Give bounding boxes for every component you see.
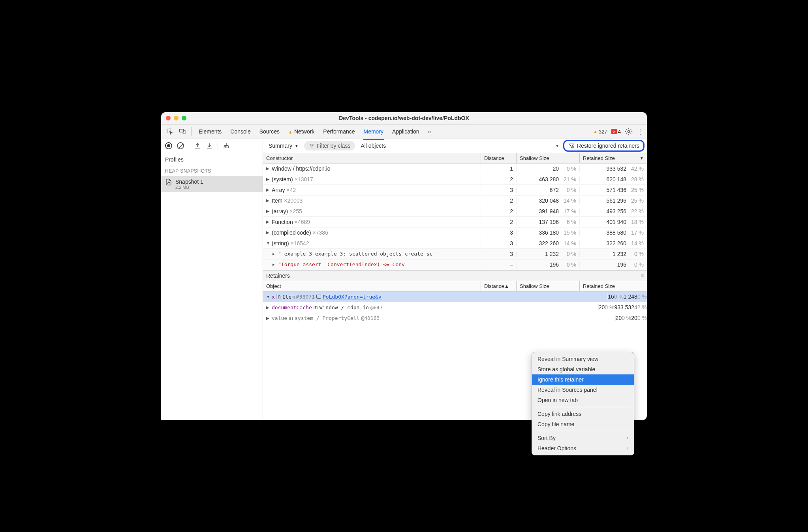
toolbar: Summary▼ Filter by class All objects ▼ R… — [161, 139, 647, 153]
ctx-sort-by[interactable]: Sort By› — [532, 433, 634, 443]
tab-elements[interactable]: Elements — [198, 126, 222, 137]
restore-ignored-retainers-button[interactable]: Restore ignored retainers — [563, 140, 645, 152]
record-button[interactable] — [163, 141, 174, 151]
table-row[interactable]: ▼(string) ×16542 3 322 26014 % 322 26014… — [263, 238, 647, 249]
table-row[interactable]: ▶(system) ×13817 2 463 28021 % 620 14828… — [263, 174, 647, 185]
ctx-copy-link[interactable]: Copy link address — [532, 409, 634, 419]
download-icon[interactable] — [204, 141, 214, 151]
header-object[interactable]: Object — [263, 281, 481, 291]
table-row[interactable]: ▶(compiled code) ×7386 3 336 18015 % 388… — [263, 227, 647, 238]
tab-memory[interactable]: Memory — [363, 126, 385, 137]
ctx-reveal-summary[interactable]: Reveal in Summary view — [532, 354, 634, 364]
retainers-header: Retainers ≡ — [263, 270, 647, 281]
all-objects-dropdown[interactable]: All objects — [357, 143, 389, 149]
snapshot-item[interactable]: Snapshot 1 2.2 MB — [161, 176, 263, 192]
tab-network[interactable]: Network — [287, 126, 315, 137]
snapshot-size: 2.2 MB — [175, 185, 203, 190]
panel-tabs: Elements Console Sources Network Perform… — [198, 126, 432, 137]
error-count[interactable]: ✕4 — [611, 129, 621, 135]
header-retained-ret[interactable]: Retained Size — [580, 281, 647, 291]
main-panel: Constructor Distance Shallow Size Retain… — [263, 153, 647, 420]
titlebar: DevTools - codepen.io/web-dot-dev/live/P… — [161, 112, 647, 125]
ctx-store-global[interactable]: Store as global variable — [532, 364, 634, 374]
table-row-child[interactable]: ▶"Torque assert 'Convert(endIndex) <= Co… — [263, 259, 647, 270]
broom-icon[interactable] — [221, 141, 231, 151]
ctx-copy-file[interactable]: Copy file name — [532, 419, 634, 429]
filter-input[interactable]: Filter by class — [304, 141, 355, 150]
gear-icon[interactable] — [625, 128, 633, 135]
table-row[interactable]: ▶Function ×4689 2 137 1966 % 401 94018 % — [263, 217, 647, 227]
tab-performance[interactable]: Performance — [322, 126, 355, 137]
table-row[interactable]: ▶Array ×42 3 6720 % 571 43625 % — [263, 185, 647, 196]
retainer-row[interactable]: ▶documentCache in Window / cdpn.io @647 … — [263, 302, 647, 313]
toolbar-left — [161, 139, 263, 153]
inspect-icon[interactable] — [164, 126, 175, 137]
table-header: Constructor Distance Shallow Size Retain… — [263, 153, 647, 164]
chevron-right-icon: › — [627, 446, 628, 451]
toolbar-right: Summary▼ Filter by class All objects ▼ R… — [263, 139, 647, 153]
header-distance-ret[interactable]: Distance▲ — [481, 281, 517, 291]
ctx-ignore-retainer[interactable]: Ignore this retainer — [532, 374, 634, 385]
more-icon[interactable]: ⋮ — [637, 127, 644, 136]
ctx-header-options[interactable]: Header Options› — [532, 443, 634, 453]
upload-icon[interactable] — [192, 141, 203, 151]
table-body: ▶Window / https://cdpn.io 1 200 % 933 53… — [263, 164, 647, 270]
heap-snapshots-label: HEAP SNAPSHOTS — [161, 166, 263, 176]
context-menu: Reveal in Summary view Store as global v… — [532, 352, 634, 455]
tab-console[interactable]: Console — [229, 126, 251, 137]
divider — [191, 127, 192, 136]
header-shallow-ret[interactable]: Shallow Size — [517, 281, 580, 291]
sidebar: Profiles HEAP SNAPSHOTS Snapshot 1 2.2 M… — [161, 153, 263, 420]
sort-desc-icon: ▼ — [640, 156, 644, 160]
svg-point-3 — [628, 131, 630, 133]
status-bar: ▲327 ✕4 ⋮ — [593, 127, 644, 136]
retainers-body: ▼x in Item @38071 PoLdbOX?anon=true&v 16… — [263, 291, 647, 323]
retainer-row[interactable]: ▶value in system / PropertyCell @40163 2… — [263, 313, 647, 323]
snapshot-icon — [165, 179, 172, 186]
profiles-label: Profiles — [161, 153, 263, 166]
tabstrip: Elements Console Sources Network Perform… — [161, 125, 647, 139]
warning-count[interactable]: ▲327 — [593, 129, 607, 135]
devtools-window: DevTools - codepen.io/web-dot-dev/live/P… — [161, 112, 647, 420]
device-toggle-icon[interactable] — [177, 126, 188, 137]
table-row[interactable]: ▶(array) ×255 2 391 94817 % 493 25622 % — [263, 206, 647, 217]
filter-x-icon — [568, 143, 575, 149]
header-shallow[interactable]: Shallow Size — [517, 153, 580, 163]
view-dropdown[interactable]: Summary▼ — [265, 143, 302, 149]
tab-overflow-icon[interactable]: » — [427, 126, 432, 137]
header-constructor[interactable]: Constructor — [263, 153, 481, 163]
ctx-reveal-sources[interactable]: Reveal in Sources panel — [532, 385, 634, 395]
body: Profiles HEAP SNAPSHOTS Snapshot 1 2.2 M… — [161, 153, 647, 420]
table-row-child[interactable]: ▶" example 3 example 3: scattered object… — [263, 249, 647, 259]
chevron-right-icon: › — [627, 435, 628, 441]
table-row[interactable]: ▶Item ×20003 2 320 04814 % 561 29625 % — [263, 196, 647, 206]
retainers-table-header: Object Distance▲ Shallow Size Retained S… — [263, 281, 647, 291]
retainers-menu-icon[interactable]: ≡ — [641, 273, 644, 278]
retainer-row[interactable]: ▼x in Item @38071 PoLdbOX?anon=true&v 16… — [263, 291, 647, 302]
header-retained[interactable]: Retained Size▼ — [580, 153, 647, 163]
tab-application[interactable]: Application — [391, 126, 420, 137]
ctx-open-tab[interactable]: Open in new tab — [532, 395, 634, 405]
header-distance[interactable]: Distance — [481, 153, 517, 163]
clear-button[interactable] — [175, 141, 186, 151]
filter-icon — [309, 143, 314, 149]
table-row[interactable]: ▶Window / https://cdpn.io 1 200 % 933 53… — [263, 164, 647, 174]
tab-sources[interactable]: Sources — [259, 126, 280, 137]
snapshot-name: Snapshot 1 — [175, 179, 203, 185]
window-title: DevTools - codepen.io/web-dot-dev/live/P… — [161, 115, 647, 121]
